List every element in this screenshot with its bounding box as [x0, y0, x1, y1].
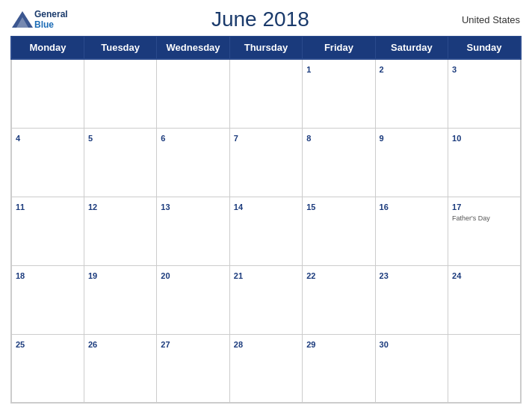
date-number: 5: [88, 134, 93, 143]
calendar-cell: [229, 59, 302, 128]
date-number: 11: [16, 203, 25, 211]
calendar-cell: [84, 59, 156, 128]
calendar-cell: 14: [229, 197, 302, 265]
calendar-cell: 21: [229, 265, 302, 334]
week-row-1: 123: [11, 59, 521, 128]
calendar-cell: 26: [84, 334, 156, 403]
calendar-cell: 22: [303, 265, 375, 334]
date-number: 8: [306, 134, 311, 143]
calendar-cell: 5: [84, 128, 156, 197]
calendar-cell: 23: [375, 265, 448, 334]
day-header-sunday: Sunday: [448, 37, 521, 60]
day-header-tuesday: Tuesday: [84, 37, 156, 60]
day-header-friday: Friday: [303, 37, 375, 60]
day-headers-row: Monday Tuesday Wednesday Thursday Friday…: [11, 37, 521, 60]
date-number: 2: [380, 65, 384, 74]
date-number: 21: [234, 271, 243, 280]
country-label: United States: [453, 14, 520, 25]
calendar-cell: 16: [375, 197, 448, 265]
date-number: 18: [16, 271, 25, 280]
calendar-title: June 2018: [68, 7, 453, 31]
logo-text-block: General Blue: [34, 9, 68, 30]
calendar-cell: 25: [11, 334, 84, 403]
calendar-cell: 27: [157, 334, 229, 403]
calendar-table: Monday Tuesday Wednesday Thursday Friday…: [10, 36, 522, 404]
calendar-cell: [11, 59, 84, 128]
calendar-cell: 6: [157, 128, 229, 197]
date-number: 23: [380, 271, 389, 280]
calendar-cell: 2: [375, 59, 448, 128]
calendar-cell: 9: [375, 128, 448, 197]
date-number: 9: [380, 134, 384, 143]
week-row-2: 45678910: [11, 128, 521, 197]
week-row-4: 18192021222324: [11, 265, 521, 334]
date-number: 19: [88, 271, 97, 280]
calendar-cell: 18: [11, 265, 84, 334]
date-number: 16: [380, 203, 389, 211]
date-number: 13: [161, 203, 170, 211]
calendar-cell: 19: [84, 265, 156, 334]
calendar-cell: 30: [375, 334, 448, 403]
calendar-cell: 7: [229, 128, 302, 197]
date-number: 7: [234, 134, 238, 143]
date-number: 20: [161, 271, 170, 280]
calendar-cell: 4: [11, 128, 84, 197]
calendar-cell: 3: [448, 59, 521, 128]
day-header-wednesday: Wednesday: [157, 37, 229, 60]
calendar-cell: 10: [448, 128, 521, 197]
date-number: 12: [88, 203, 97, 211]
date-number: 14: [234, 203, 243, 211]
logo-icon: [12, 11, 33, 28]
calendar-cell: 17Father's Day: [448, 197, 521, 265]
calendar-header: General Blue June 2018 United States: [10, 7, 522, 31]
day-header-saturday: Saturday: [375, 37, 448, 60]
calendar-cell: 1: [303, 59, 375, 128]
date-number: 10: [452, 134, 461, 143]
calendar-page: General Blue June 2018 United States Mon…: [0, 0, 532, 411]
calendar-cell: 8: [303, 128, 375, 197]
date-number: 29: [306, 340, 315, 349]
calendar-cell: [448, 334, 521, 403]
date-number: 22: [306, 271, 315, 280]
date-number: 6: [161, 134, 165, 143]
calendar-body: 1234567891011121314151617Father's Day181…: [11, 59, 521, 403]
calendar-cell: 24: [448, 265, 521, 334]
date-number: 25: [16, 340, 25, 349]
day-header-thursday: Thursday: [229, 37, 302, 60]
date-number: 27: [161, 340, 170, 349]
date-number: 30: [380, 340, 389, 349]
calendar-cell: 15: [303, 197, 375, 265]
event-label: Father's Day: [452, 214, 516, 223]
calendar-cell: 11: [11, 197, 84, 265]
date-number: 26: [88, 340, 97, 349]
logo-general: General: [34, 9, 68, 19]
date-number: 15: [306, 203, 315, 211]
week-row-5: 252627282930: [11, 334, 521, 403]
calendar-cell: 20: [157, 265, 229, 334]
calendar-cell: 28: [229, 334, 302, 403]
day-header-monday: Monday: [11, 37, 84, 60]
week-row-3: 11121314151617Father's Day: [11, 197, 521, 265]
date-number: 24: [452, 271, 461, 280]
date-number: 1: [306, 65, 311, 74]
date-number: 17: [452, 203, 461, 211]
calendar-cell: 12: [84, 197, 156, 265]
calendar-cell: [157, 59, 229, 128]
calendar-cell: 29: [303, 334, 375, 403]
calendar-cell: 13: [157, 197, 229, 265]
date-number: 28: [234, 340, 243, 349]
date-number: 3: [452, 65, 457, 74]
logo-blue: Blue: [34, 19, 54, 30]
date-number: 4: [16, 134, 20, 143]
logo: General Blue: [12, 9, 68, 30]
